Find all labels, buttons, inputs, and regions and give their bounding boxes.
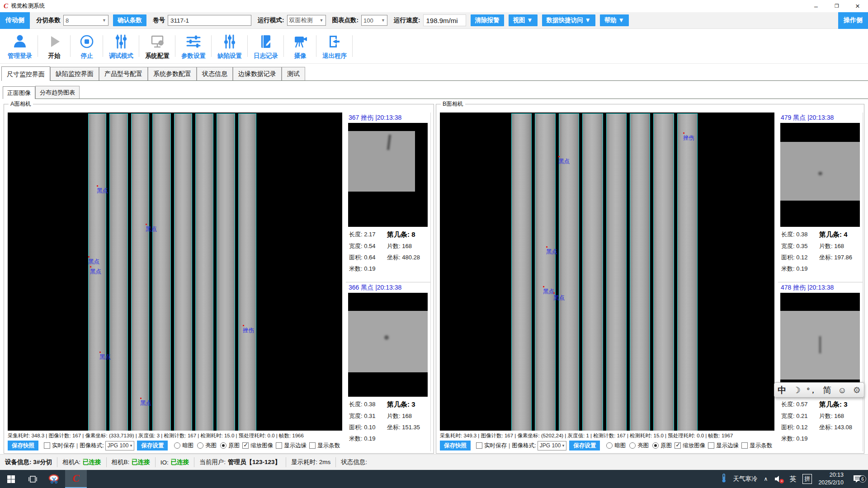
taskbar-clock[interactable]: 20:13 2025/2/10 — [818, 471, 844, 487]
dark-image-label: 暗图 — [182, 442, 193, 450]
dark-image-radio[interactable] — [174, 442, 180, 449]
start-button[interactable]: 开始 — [38, 29, 71, 63]
save-snapshot-button[interactable]: 保存快照 — [8, 441, 38, 450]
tab-front-image[interactable]: 正面图像 — [3, 86, 35, 99]
ime-punctuation-mode[interactable]: °， — [807, 387, 816, 394]
realtime-save-label: 实时保存 — [52, 442, 75, 450]
image-format-select[interactable]: JPG 100 ▾ — [105, 441, 135, 450]
image-format-label: 图像格式: — [80, 442, 104, 450]
start-button[interactable] — [0, 470, 22, 488]
camera-b-image[interactable]: 黑点挫伤黑点黑点黑点 — [440, 113, 774, 431]
minimize-button[interactable]: – — [806, 0, 826, 12]
show-count-checkbox[interactable] — [309, 442, 316, 449]
tab-distribution-trend-chart[interactable]: 分布趋势图表 — [35, 86, 80, 99]
system-config-button[interactable]: 系统配置 — [139, 29, 175, 63]
weather-text[interactable]: 天气寒冷 — [733, 475, 758, 483]
tab-product-model-config[interactable]: 产品型号配置 — [99, 67, 148, 80]
tab-system-param-config[interactable]: 系统参数配置 — [148, 67, 197, 80]
data-quick-access-button[interactable]: 数据快捷访问 ▼ — [542, 14, 595, 26]
gear-icon[interactable]: ⚙ — [853, 386, 861, 394]
camera-b-status: 已连接 — [132, 458, 150, 466]
io-connection: IO: 已连接 — [156, 457, 195, 467]
realtime-save-checkbox[interactable] — [476, 442, 482, 449]
zoom-image-checkbox[interactable] — [675, 442, 681, 449]
view-menu-button[interactable]: 视图 ▼ — [509, 14, 538, 26]
stat-meters: 米数: 0.19 — [349, 265, 387, 273]
operator-side-button[interactable]: 操作侧 — [838, 12, 868, 29]
task-view-button[interactable] — [22, 470, 43, 488]
ime-lang-mode[interactable]: 中 — [778, 386, 786, 394]
exit-program-button[interactable]: 退出程序 — [316, 29, 353, 63]
image-format-value: JPG 100 — [540, 442, 561, 449]
smiley-icon[interactable]: ☺ — [838, 386, 846, 394]
icon-label: 缺陷设置 — [217, 52, 242, 60]
defect-card[interactable]: 478 挫伤 |20:13:38 长度: 0.57第几条: 3 宽度: 0.21… — [778, 282, 863, 452]
input-language-indicator[interactable]: 英 — [789, 475, 796, 483]
confirm-count-button[interactable]: 确认条数 — [113, 14, 146, 26]
bright-image-radio[interactable] — [629, 442, 636, 449]
tray-expand-chevron[interactable]: ∧ — [764, 476, 768, 482]
ime-charset-mode[interactable]: 简 — [823, 386, 831, 394]
notification-center-button[interactable]: 6 — [850, 474, 865, 483]
camera-a-image[interactable]: 黑点黑点黑点黑点黑点黑点挫伤 — [8, 113, 342, 431]
restore-button[interactable]: ❐ — [826, 0, 847, 12]
run-mode-value: 双面检测 — [289, 16, 313, 24]
defect-card[interactable]: 479 黑点 |20:13:38 长度: 0.38第几条: 4 宽度: 0.35… — [778, 113, 863, 282]
camera-b-group: B面相机 黑点挫伤黑点黑点黑点 479 黑点 |20:13:38 长度: 0.3… — [436, 104, 864, 454]
windows-icon — [7, 475, 15, 483]
log-record-button[interactable]: 日志记录 — [248, 29, 284, 63]
camera-a-status: 已连接 — [83, 458, 101, 466]
dark-image-radio[interactable] — [606, 442, 613, 449]
stop-button[interactable]: 停止 — [71, 29, 103, 63]
tab-edge-data-record[interactable]: 边缘数据记录 — [233, 67, 282, 80]
snipping-tool-button[interactable] — [43, 470, 65, 488]
run-mode-select[interactable]: 双面检测 ▼ — [287, 15, 326, 26]
save-settings-button[interactable]: 保存设置 — [137, 441, 168, 450]
drive-side-button[interactable]: 传动侧 — [0, 12, 30, 29]
defect-mark-label: 黑点 — [553, 294, 565, 302]
show-count-checkbox[interactable] — [741, 442, 748, 449]
vision-app-taskbar-button[interactable]: C — [65, 470, 87, 488]
defect-card[interactable]: 366 黑点 |20:13:38 长度: 0.38第几条: 3 宽度: 0.31… — [346, 282, 430, 452]
tab-defect-monitor[interactable]: 缺陷监控界面 — [50, 67, 99, 80]
bright-image-radio[interactable] — [197, 442, 203, 449]
defect-card[interactable]: 367 挫伤 |20:13:38 长度: 2.17第几条: 8 宽度: 0.54… — [346, 113, 430, 282]
taskbar: C 天气寒冷 ∧ × 英 拼 20:13 2025/2/10 6 — [0, 470, 868, 488]
clear-alarm-button[interactable]: 清除报警 — [471, 14, 504, 26]
stat-width: 宽度: 0.54 — [349, 242, 387, 250]
parameter-settings-button[interactable]: 参数设置 — [175, 29, 212, 63]
image-format-select[interactable]: JPG 100 ▾ — [538, 441, 567, 450]
chart-points-select[interactable]: 100 ▼ — [361, 15, 387, 26]
realtime-save-checkbox[interactable] — [44, 442, 50, 449]
original-image-radio[interactable] — [220, 442, 226, 449]
zoom-image-checkbox[interactable] — [242, 442, 249, 449]
sliders-vertical-icon — [113, 32, 130, 51]
original-image-radio[interactable] — [652, 442, 659, 449]
show-edges-checkbox[interactable] — [708, 442, 714, 449]
roll-number-input[interactable]: 3117-1 — [168, 15, 251, 26]
tab-test[interactable]: 测试 — [282, 67, 305, 80]
stat-length: 长度: 0.38 — [349, 400, 387, 409]
tab-status-info[interactable]: 状态信息 — [197, 67, 233, 80]
defect-settings-button[interactable]: 缺陷设置 — [212, 29, 248, 63]
close-button[interactable]: × — [847, 0, 868, 12]
moon-icon[interactable]: ☽ — [793, 386, 800, 394]
tab-size-monitor[interactable]: 尺寸监控界面 — [1, 66, 50, 81]
capture-button[interactable]: 摄像 — [284, 29, 316, 63]
stat-area: 面积: 0.64 — [349, 253, 387, 262]
icon-label: 摄像 — [294, 52, 307, 60]
save-settings-button[interactable]: 保存设置 — [569, 441, 600, 450]
defect-mark-label: 挫伤 — [243, 327, 254, 334]
show-edges-checkbox[interactable] — [276, 442, 282, 449]
chart-points-label: 图表点数: — [332, 16, 359, 24]
camera-b-connection: 相机B: 已连接 — [107, 457, 156, 467]
slit-count-select[interactable]: 8 ▼ — [63, 15, 108, 26]
speaker-muted-icon[interactable]: × — [774, 475, 783, 483]
ime-mode-indicator[interactable]: 拼 — [802, 474, 812, 484]
admin-login-button[interactable]: 管理登录 — [2, 29, 38, 63]
save-snapshot-button[interactable]: 保存快照 — [440, 441, 471, 450]
stat-empty — [819, 265, 859, 273]
defect-thumbnail — [348, 293, 428, 397]
debug-mode-button[interactable]: 调试模式 — [103, 29, 139, 63]
help-menu-button[interactable]: 帮助 ▼ — [600, 14, 629, 26]
